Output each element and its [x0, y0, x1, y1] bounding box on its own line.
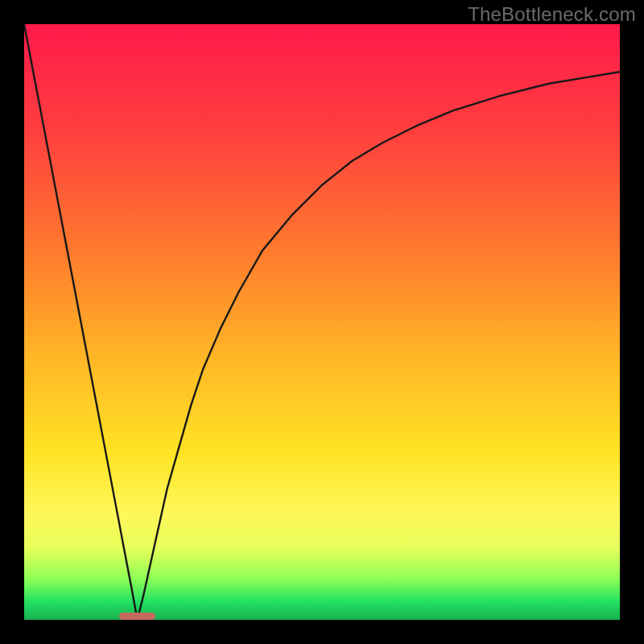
curve-left-branch	[24, 24, 138, 620]
baseline-marker	[119, 613, 155, 620]
chart-frame: TheBottleneck.com	[0, 0, 644, 644]
curve-right-branch	[138, 72, 620, 620]
curve-layer	[24, 24, 620, 620]
plot-area	[24, 24, 620, 620]
watermark-text: TheBottleneck.com	[468, 3, 636, 26]
